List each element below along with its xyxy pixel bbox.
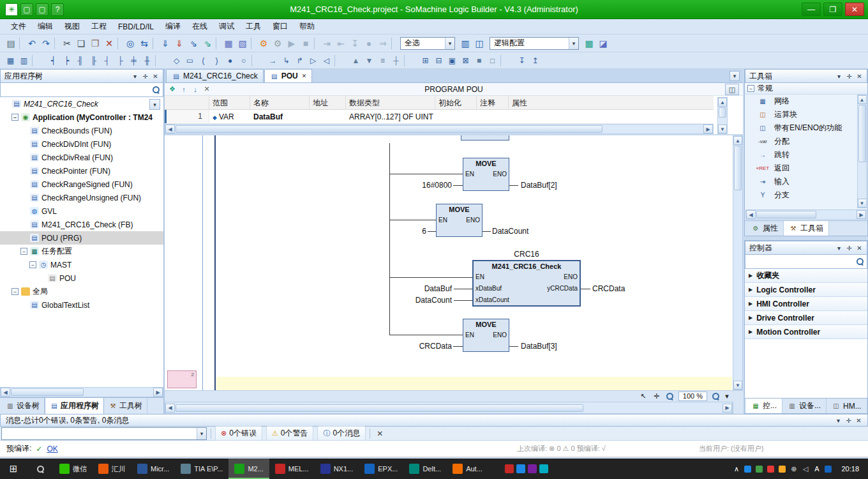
operator-icon[interactable]: ◇ bbox=[170, 54, 183, 68]
rebuild-icon[interactable]: ⇓ bbox=[172, 36, 186, 50]
operand-label[interactable]: 6 bbox=[382, 227, 426, 236]
message-category-combo[interactable]: ▾ bbox=[1, 427, 207, 440]
operand-label[interactable]: CRCData bbox=[592, 284, 625, 293]
expander-icon[interactable]: − bbox=[20, 248, 27, 255]
menu-item[interactable]: 工具 bbox=[240, 19, 267, 34]
visualization-icon[interactable]: ◪ bbox=[596, 36, 610, 50]
taskbar-automation[interactable]: Aut... bbox=[447, 459, 488, 479]
tray-app-icon[interactable] bbox=[779, 466, 786, 473]
scroll-left-icon[interactable]: ◀ bbox=[165, 404, 175, 413]
tray-app-icon[interactable] bbox=[767, 466, 774, 473]
chevron-down-icon[interactable]: ▾ bbox=[724, 392, 730, 401]
tree-item[interactable]: ▤ POU bbox=[0, 271, 163, 285]
negate-icon[interactable]: ⊠ bbox=[459, 54, 472, 68]
scroll-thumb[interactable] bbox=[756, 211, 816, 218]
editor-v-scrollbar[interactable]: ▲ ▼ bbox=[733, 135, 743, 390]
operand-label[interactable]: CRCData bbox=[394, 342, 452, 351]
taskbar-sysmac[interactable]: NX1... bbox=[315, 459, 359, 479]
tree-item[interactable]: − 全局 bbox=[0, 285, 163, 298]
decl-move-up-icon[interactable]: ↑ bbox=[179, 84, 189, 95]
tree-item[interactable]: ▤ CheckRangeSigned (FUN) bbox=[0, 178, 163, 191]
coil-neg-icon[interactable]: ├ bbox=[114, 54, 127, 68]
clock[interactable]: 20:18 bbox=[835, 465, 865, 473]
step-into-icon[interactable]: ⇤ bbox=[334, 36, 348, 50]
fbd-tool-icon[interactable] bbox=[500, 55, 514, 66]
fbd-crc16-block[interactable]: M241_CRC16_Check ENENO xDataBufyCRCData … bbox=[472, 260, 581, 307]
zoom-select-icon[interactable] bbox=[710, 392, 721, 401]
scroll-thumb[interactable] bbox=[858, 105, 866, 162]
scroll-thumb[interactable] bbox=[734, 146, 742, 190]
fill-icon[interactable]: ■ bbox=[472, 54, 486, 68]
align-icon[interactable]: ≡ bbox=[376, 54, 389, 68]
restore-button[interactable]: ❐ bbox=[823, 3, 842, 16]
pin-icon[interactable]: ✛ bbox=[844, 72, 854, 81]
scroll-down-icon[interactable]: ▼ bbox=[733, 381, 742, 390]
menu-item[interactable]: 调试 bbox=[213, 19, 240, 34]
scroll-left-icon[interactable]: ◀ bbox=[746, 210, 756, 219]
expander-icon[interactable]: − bbox=[11, 288, 19, 295]
scroll-up-icon[interactable]: ▲ bbox=[718, 98, 727, 107]
node-icon[interactable]: ● bbox=[223, 54, 237, 68]
menu-item[interactable]: 编辑 bbox=[32, 19, 59, 34]
declaration-h-scrollbar[interactable]: ◀ ▶ bbox=[165, 124, 714, 134]
decl-col-attrs[interactable]: 属性 bbox=[509, 96, 714, 109]
copy-icon[interactable]: ❏ bbox=[74, 36, 88, 50]
filter-errors[interactable]: ⊗ 0个错误 bbox=[215, 426, 262, 441]
scroll-thumb[interactable] bbox=[11, 388, 84, 396]
search-icon[interactable] bbox=[152, 86, 160, 94]
branch-down-icon[interactable]: ↳ bbox=[280, 54, 293, 68]
taskbar-wechat[interactable]: 微信 bbox=[54, 459, 93, 479]
toolbox-item-en-eno-function[interactable]: ◫ 带有EN/ENO的功能 bbox=[745, 121, 867, 135]
chevron-down-icon[interactable]: ▾ bbox=[197, 428, 206, 439]
tree-h-scrollbar[interactable]: ◀ ▶ bbox=[0, 387, 163, 397]
contact-neg-icon[interactable]: ┝ bbox=[60, 54, 73, 68]
taskbar-inovance[interactable]: 汇川 bbox=[93, 459, 131, 479]
toolbar-icon[interactable] bbox=[251, 38, 255, 49]
operand-label[interactable]: DataCount bbox=[401, 296, 452, 305]
stop-icon[interactable]: ■ bbox=[299, 36, 313, 50]
chevron-down-icon[interactable]: ▾ bbox=[834, 243, 844, 253]
delete-icon[interactable]: ✕ bbox=[102, 36, 116, 50]
menu-item[interactable]: 视图 bbox=[59, 19, 86, 34]
fbd-move-block-2[interactable]: MOVE ENENO bbox=[436, 204, 483, 237]
decl-col-comment[interactable]: 注释 bbox=[477, 96, 509, 109]
replace-icon[interactable]: ⇆ bbox=[137, 36, 151, 50]
toolbar-icon[interactable] bbox=[216, 38, 220, 49]
decl-col-datatype[interactable]: 数据类型 bbox=[346, 96, 435, 109]
chevron-down-icon[interactable]: ▾ bbox=[445, 38, 454, 49]
reset-coil-icon[interactable]: ╫ bbox=[140, 54, 154, 68]
menu-item[interactable]: 工程 bbox=[86, 19, 112, 34]
fbd-tool-icon[interactable] bbox=[404, 55, 417, 66]
move-down-tool-icon[interactable]: ▼ bbox=[363, 54, 376, 68]
declaration-window-icon[interactable]: ◫ bbox=[725, 84, 739, 95]
decl-col-scope[interactable]: 范围 bbox=[209, 96, 250, 109]
operand-label[interactable]: DataBuf[2] bbox=[521, 181, 557, 190]
scroll-left-icon[interactable]: ◀ bbox=[165, 125, 175, 133]
logic-config-combo[interactable]: 逻辑配置 ▾ bbox=[490, 37, 579, 50]
tree-item-pou-prg[interactable]: ▤ POU (PRG) bbox=[0, 231, 163, 245]
declaration-row[interactable]: 1 ◆VAR DataBuf ARRAY[0..127] OF UINT bbox=[165, 110, 714, 124]
tab-tools-tree[interactable]: ⚒ 工具树 bbox=[104, 398, 147, 414]
toolbox-v-scrollbar[interactable]: ▲ ▼ bbox=[857, 95, 867, 208]
step-over-icon[interactable]: ⇥ bbox=[320, 36, 334, 50]
scroll-up-icon[interactable]: ▲ bbox=[858, 95, 867, 104]
fbd-move-block-1[interactable]: MOVE ENENO bbox=[463, 158, 509, 191]
taskbar-somachine[interactable]: M2... bbox=[228, 459, 269, 479]
tray-network-icon[interactable]: ⊕ bbox=[789, 464, 798, 474]
toolbox-group-header[interactable]: − 常规 bbox=[745, 83, 867, 95]
precompile-ok-link[interactable]: OK bbox=[47, 445, 57, 453]
expand-tool-icon[interactable]: ⊞ bbox=[419, 54, 432, 68]
pin-icon[interactable]: ✛ bbox=[140, 72, 150, 81]
toolbox-item-branch[interactable]: Y 分支 bbox=[745, 188, 867, 202]
decl-col-name[interactable]: 名称 bbox=[250, 96, 310, 109]
toolbar-icon[interactable] bbox=[391, 38, 396, 49]
taskbar-epx[interactable]: EPX... bbox=[359, 459, 403, 479]
decl-col-init[interactable]: 初始化 bbox=[435, 96, 477, 109]
toolbox-item-input[interactable]: ⇥ 输入 bbox=[745, 175, 867, 188]
tree-item-project-root[interactable]: ▤ M241_CRC16_Check bbox=[0, 97, 163, 110]
menu-item[interactable]: 帮助 bbox=[294, 19, 320, 34]
tray-app-icon[interactable] bbox=[744, 466, 751, 473]
cursor-tool-icon[interactable]: ↖ bbox=[638, 392, 648, 401]
set-coil-icon[interactable]: ╪ bbox=[127, 54, 140, 68]
toolbar-icon[interactable] bbox=[153, 38, 157, 49]
